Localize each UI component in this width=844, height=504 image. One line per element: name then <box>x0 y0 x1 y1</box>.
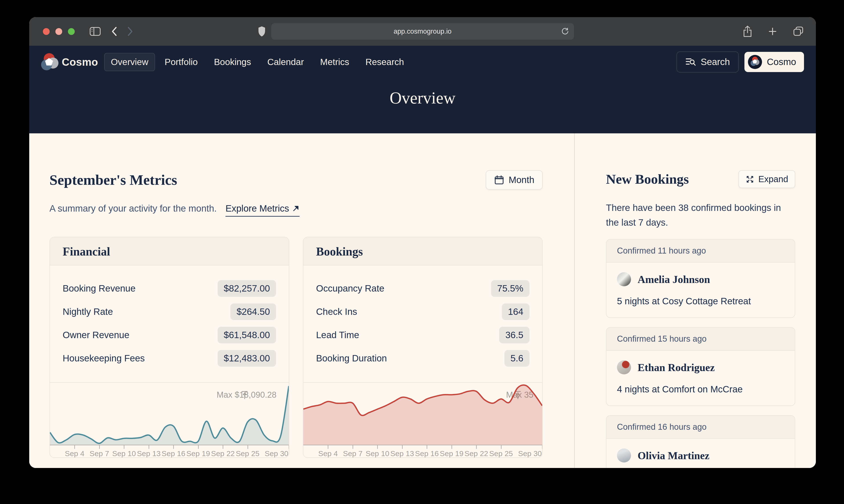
window-controls <box>43 28 75 35</box>
x-axis: Sep 4Sep 7Sep 10Sep 13Sep 16Sep 19Sep 22… <box>303 445 542 457</box>
axis-tick-label: Sep 19 <box>187 449 210 458</box>
tab-overview-icon[interactable] <box>793 26 804 37</box>
nav-item-research[interactable]: Research <box>359 53 410 71</box>
table-row: Lead Time 36.5 <box>316 323 529 347</box>
row-label: Booking Revenue <box>63 283 136 294</box>
minimize-window-button[interactable] <box>55 28 62 35</box>
table-row: Booking Revenue $82,257.00 <box>63 277 276 300</box>
axis-tick <box>288 445 289 449</box>
financial-card: Financial Booking Revenue $82,257.00 Nig… <box>50 237 289 458</box>
explore-metrics-link[interactable]: Explore Metrics <box>226 203 300 217</box>
metrics-section: September's Metrics Month <box>29 133 574 468</box>
axis-tick-label: Sep 10 <box>112 449 136 458</box>
table-row: Owner Revenue $61,548.00 <box>63 323 276 347</box>
row-label: Booking Duration <box>316 353 387 364</box>
expand-button[interactable]: Expand <box>739 170 795 188</box>
row-value: 75.5% <box>491 280 529 297</box>
sidebar-toggle-icon[interactable] <box>89 26 101 36</box>
expand-button-label: Expand <box>758 174 788 184</box>
brand-name: Cosmo <box>62 56 98 68</box>
zoom-window-button[interactable] <box>68 28 75 35</box>
axis-tick-label: Sep 7 <box>343 449 363 458</box>
booking-confirmed-time: Confirmed 15 hours ago <box>606 328 795 350</box>
booking-confirmed-time: Confirmed 16 hours ago <box>606 416 795 439</box>
close-window-button[interactable] <box>43 28 50 35</box>
booking-list-item[interactable]: Confirmed 15 hours ago Ethan Rodriguez 4… <box>606 327 795 406</box>
address-bar[interactable]: app.cosmogroup.io <box>271 23 574 40</box>
booking-list-item[interactable]: Confirmed 16 hours ago Olivia Martinez 3… <box>606 415 795 468</box>
page-title: Overview <box>29 77 816 133</box>
primary-nav: Overview Portfolio Bookings Calendar Met… <box>104 53 410 71</box>
expand-icon <box>745 175 754 184</box>
metrics-heading: September's Metrics <box>50 172 177 188</box>
axis-tick <box>377 445 378 449</box>
row-label: Occupancy Rate <box>316 283 384 294</box>
back-button[interactable] <box>111 26 117 37</box>
account-button-label: Cosmo <box>767 57 796 67</box>
financial-chart: Max $18,090.28 Sep 4Sep 7Sep 10Sep 13Sep… <box>50 382 289 457</box>
axis-tick-label: Sep 16 <box>415 449 439 458</box>
row-label: Nightly Rate <box>63 306 113 317</box>
table-row: Nightly Rate $264.50 <box>63 300 276 323</box>
nav-item-metrics[interactable]: Metrics <box>314 53 356 71</box>
account-button[interactable]: Cosmo <box>744 52 804 72</box>
browser-window: app.cosmogroup.io <box>29 17 816 468</box>
axis-tick <box>173 445 174 449</box>
axis-tick-label: Sep 4 <box>65 449 84 458</box>
forward-button[interactable] <box>127 26 134 37</box>
x-axis: Sep 4Sep 7Sep 10Sep 13Sep 16Sep 19Sep 22… <box>50 445 289 457</box>
axis-tick <box>452 445 452 449</box>
row-label: Check Ins <box>316 306 357 317</box>
new-bookings-panel: New Bookings Expand There have been 38 c… <box>575 133 816 468</box>
axis-tick <box>124 445 124 449</box>
refresh-icon[interactable] <box>561 27 569 36</box>
axis-tick <box>542 445 543 449</box>
axis-tick-label: Sep 30 <box>518 449 542 458</box>
axis-tick <box>148 445 149 449</box>
axis-tick <box>501 445 502 449</box>
axis-tick-label: Sep 25 <box>489 449 513 458</box>
guest-name: Amelia Johnson <box>638 273 710 285</box>
explore-metrics-label: Explore Metrics <box>226 203 289 214</box>
row-value: 36.5 <box>499 327 529 343</box>
brand[interactable]: Cosmo <box>40 53 98 71</box>
axis-tick-label: Sep 30 <box>265 449 288 458</box>
axis-tick <box>99 445 100 449</box>
axis-tick-label: Sep 13 <box>390 449 414 458</box>
nav-item-calendar[interactable]: Calendar <box>261 53 310 71</box>
nav-item-portfolio[interactable]: Portfolio <box>158 53 204 71</box>
axis-tick <box>353 445 353 449</box>
search-button-label: Search <box>701 57 730 67</box>
nav-item-overview[interactable]: Overview <box>104 53 155 71</box>
metrics-subtitle: A summary of your activity for the month… <box>50 203 217 214</box>
financial-card-title: Financial <box>63 245 110 258</box>
new-tab-icon[interactable] <box>768 26 778 36</box>
new-bookings-heading: New Bookings <box>606 172 689 187</box>
account-avatar <box>748 55 762 69</box>
axis-tick-label: Sep 10 <box>366 449 389 458</box>
privacy-shield-icon[interactable] <box>257 26 266 37</box>
period-select-button[interactable]: Month <box>486 170 543 190</box>
booking-list-item[interactable]: Confirmed 11 hours ago Amelia Johnson 5 … <box>606 239 795 318</box>
axis-tick-label: Sep 22 <box>211 449 235 458</box>
axis-tick-label: Sep 22 <box>464 449 488 458</box>
new-bookings-summary: There have been 38 confirmed bookings in… <box>606 200 795 230</box>
axis-tick <box>427 445 427 449</box>
axis-tick <box>247 445 248 449</box>
axis-tick <box>328 445 328 449</box>
axis-tick-label: Sep 4 <box>318 449 338 458</box>
booking-details: 5 nights at Cosy Cottage Retreat <box>617 296 784 306</box>
row-label: Housekeeping Fees <box>63 353 145 364</box>
nav-item-bookings[interactable]: Bookings <box>207 53 258 71</box>
table-row: Occupancy Rate 75.5% <box>316 277 529 300</box>
search-button[interactable]: Search <box>676 51 739 72</box>
row-value: 5.6 <box>505 350 529 367</box>
table-row: Booking Duration 5.6 <box>316 347 529 370</box>
axis-tick <box>476 445 477 449</box>
row-value: $12,483.00 <box>217 350 276 367</box>
list-search-icon <box>685 57 696 67</box>
url-text: app.cosmogroup.io <box>394 28 452 35</box>
bookings-chart: Max 35 Sep 4Sep 7Sep 10Sep 13Sep 16Sep 1… <box>303 382 542 457</box>
axis-tick-label: Sep 16 <box>161 449 185 458</box>
share-icon[interactable] <box>742 25 753 38</box>
